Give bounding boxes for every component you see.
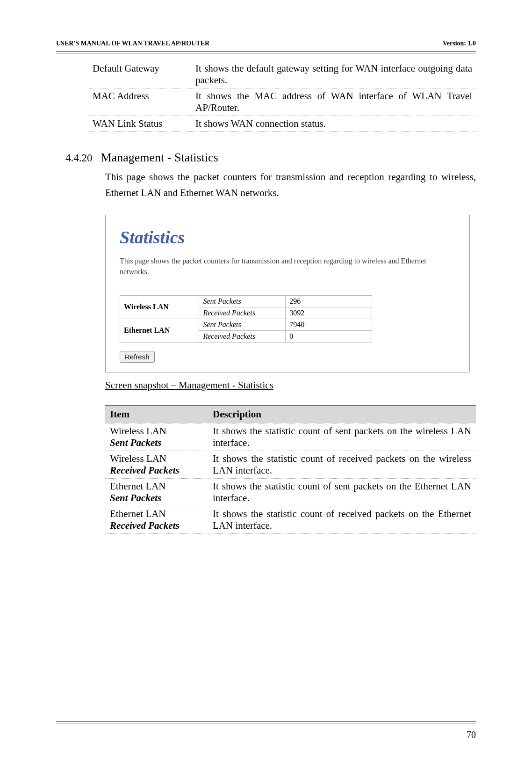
table-row: Ethernet LAN Received Packets It shows t… — [105, 506, 476, 533]
item-desc: It shows the default gateway setting for… — [192, 61, 476, 88]
metric-value: 296 — [286, 295, 372, 307]
top-definitions-table: Default Gateway It shows the default gat… — [89, 61, 476, 132]
table-row: Ethernet LAN Sent Packets 7940 — [120, 319, 372, 330]
stats-page-title: Statistics — [120, 227, 455, 248]
metric-value: 7940 — [286, 319, 372, 330]
table-row: Default Gateway It shows the default gat… — [89, 61, 476, 88]
item-cell: Wireless LAN Sent Packets — [105, 423, 208, 451]
item-line1: Ethernet LAN — [110, 481, 166, 492]
item-desc: It shows the MAC address of WAN interfac… — [192, 88, 476, 116]
desc-cell: It shows the statistic count of received… — [208, 451, 476, 478]
header-divider — [56, 51, 476, 54]
desc-cell: It shows the statistic count of sent pac… — [208, 423, 476, 451]
item-label: WAN Link Status — [89, 116, 192, 132]
statistics-screenshot: Statistics This page shows the packet co… — [105, 215, 470, 372]
description-table: Item Description Wireless LAN Sent Packe… — [105, 405, 476, 534]
metric-label: Sent Packets — [199, 319, 286, 330]
desc-cell: It shows the statistic count of received… — [208, 506, 476, 533]
stats-divider — [120, 281, 455, 281]
stats-page-desc: This page shows the packet counters for … — [120, 256, 455, 277]
section-heading: 4.4.20 Management - Statistics — [56, 151, 476, 165]
col-header-item: Item — [105, 405, 208, 423]
item-cell: Ethernet LAN Received Packets — [105, 506, 208, 533]
metric-label: Received Packets — [199, 330, 286, 342]
table-row: WAN Link Status It shows WAN connection … — [89, 116, 476, 132]
item-line2: Sent Packets — [110, 437, 161, 448]
page-number: 70 — [467, 729, 476, 740]
desc-cell: It shows the statistic count of sent pac… — [208, 478, 476, 506]
metric-label: Received Packets — [199, 307, 286, 319]
item-cell: Wireless LAN Received Packets — [105, 451, 208, 478]
item-line1: Ethernet LAN — [110, 508, 166, 519]
col-header-desc: Description — [208, 405, 476, 423]
item-label: Default Gateway — [89, 61, 192, 88]
section-number: 4.4.20 — [65, 152, 93, 164]
table-row: Ethernet LAN Sent Packets It shows the s… — [105, 478, 476, 506]
item-line2: Received Packets — [110, 520, 180, 531]
item-line1: Wireless LAN — [110, 453, 166, 464]
table-row: Wireless LAN Received Packets It shows t… — [105, 451, 476, 478]
metric-value: 3092 — [286, 307, 372, 319]
screenshot-caption: Screen snapshot – Management - Statistic… — [105, 379, 476, 391]
table-row: Wireless LAN Sent Packets 296 — [120, 295, 372, 307]
page-header: USER'S MANUAL OF WLAN TRAVEL AP/ROUTER V… — [56, 40, 476, 47]
metric-value: 0 — [286, 330, 372, 342]
iface-label: Wireless LAN — [120, 295, 199, 319]
item-cell: Ethernet LAN Sent Packets — [105, 478, 208, 506]
item-desc: It shows WAN connection status. — [192, 116, 476, 132]
header-version: Version: 1.0 — [443, 40, 476, 47]
item-label: MAC Address — [89, 88, 192, 116]
item-line2: Sent Packets — [110, 492, 161, 503]
refresh-button[interactable]: Refresh — [120, 351, 155, 363]
footer-divider — [56, 721, 476, 724]
metric-label: Sent Packets — [199, 295, 286, 307]
stats-table: Wireless LAN Sent Packets 296 Received P… — [120, 295, 372, 343]
item-line1: Wireless LAN — [110, 425, 166, 437]
table-header-row: Item Description — [105, 405, 476, 423]
item-line2: Received Packets — [110, 465, 180, 476]
table-row: MAC Address It shows the MAC address of … — [89, 88, 476, 116]
section-body: This page shows the packet counters for … — [105, 169, 476, 201]
table-row: Wireless LAN Sent Packets It shows the s… — [105, 423, 476, 451]
iface-label: Ethernet LAN — [120, 319, 199, 342]
section-title: Management - Statistics — [101, 151, 218, 165]
header-title: USER'S MANUAL OF WLAN TRAVEL AP/ROUTER — [56, 40, 209, 47]
